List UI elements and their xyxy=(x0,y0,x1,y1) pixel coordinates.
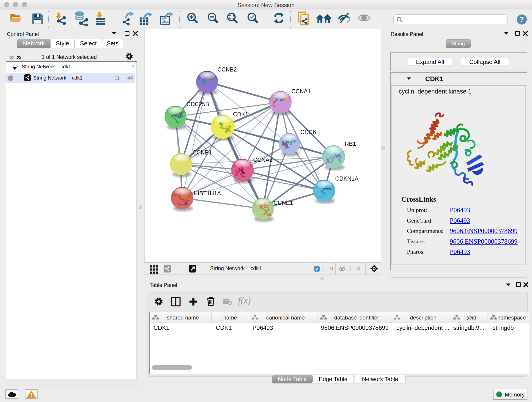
svg-text:CCNB1: CCNB1 xyxy=(192,149,212,156)
svg-text:CCNE1: CCNE1 xyxy=(273,200,293,206)
svg-text:CCNA1: CCNA1 xyxy=(291,88,311,95)
svg-text:CDK1: CDK1 xyxy=(233,111,248,117)
svg-text:RB1: RB1 xyxy=(345,140,356,147)
svg-text:CDKN1A: CDKN1A xyxy=(335,175,359,182)
svg-text:HIST1H1A: HIST1H1A xyxy=(194,190,221,196)
svg-text:CCNA2: CCNA2 xyxy=(253,157,273,163)
svg-text:CDC6: CDC6 xyxy=(300,129,316,135)
svg-text:CDC25B: CDC25B xyxy=(186,101,209,107)
svg-text:CCNB2: CCNB2 xyxy=(217,66,237,73)
